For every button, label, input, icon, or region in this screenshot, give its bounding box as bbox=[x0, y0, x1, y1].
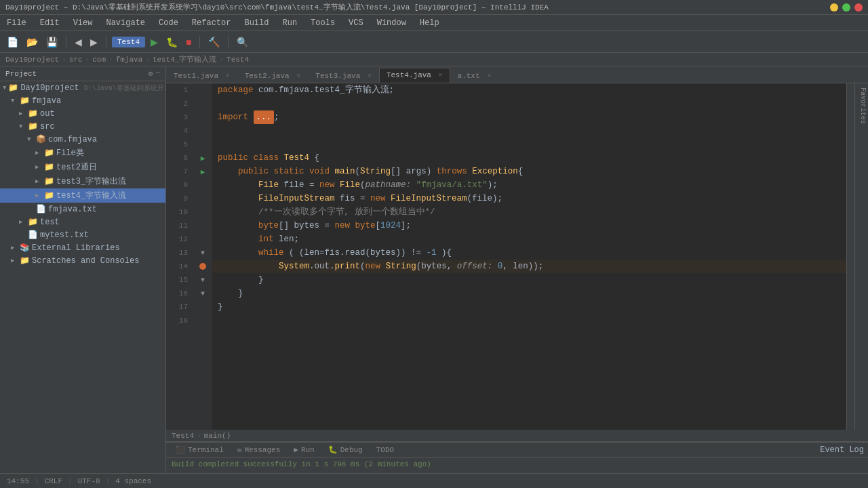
path-com[interactable]: com bbox=[92, 56, 106, 64]
tab-test3[interactable]: Test3.java × bbox=[308, 68, 379, 83]
menu-help[interactable]: Help bbox=[417, 17, 442, 29]
menu-build[interactable]: Build bbox=[241, 17, 271, 29]
tree-item-test2[interactable]: ▶ 📁 test2通日 bbox=[0, 160, 165, 174]
tree-item-scratches[interactable]: ▶ 📁 Scratches and Consoles bbox=[0, 254, 165, 267]
gutter-16[interactable]: ▼ bbox=[193, 287, 212, 300]
menu-tools[interactable]: Tools bbox=[308, 17, 338, 29]
gutter-6[interactable]: ▶ bbox=[193, 151, 212, 165]
tree-item-ext-libs[interactable]: ▶ 📚 External Libraries bbox=[0, 241, 165, 254]
search-btn[interactable]: 🔍 bbox=[234, 35, 251, 49]
tree-item-test[interactable]: ▶ 📁 test bbox=[0, 216, 165, 228]
status-position[interactable]: 14:55 bbox=[4, 477, 32, 485]
code-line-8[interactable]: File file = new File(pathname: "fmjava/a… bbox=[212, 178, 846, 192]
code-line-16[interactable]: } bbox=[212, 287, 846, 300]
code-line-17[interactable]: } bbox=[212, 300, 846, 314]
code-line-15[interactable]: } bbox=[212, 273, 846, 287]
path-test4[interactable]: test4_字节输入流 bbox=[153, 54, 217, 64]
tree-item-fmjava[interactable]: ▼ 📁 fmjava bbox=[0, 94, 165, 107]
tab-test1[interactable]: Test1.java × bbox=[166, 68, 237, 83]
tree-item-test4[interactable]: ▶ 📁 test4_字节输入流 bbox=[0, 188, 165, 203]
status-charset[interactable]: UTF-8 bbox=[75, 477, 103, 485]
fold-icon-13[interactable]: ▼ bbox=[201, 249, 205, 257]
tree-item-file-class[interactable]: ▶ 📁 File类 bbox=[0, 146, 165, 160]
menu-vcs[interactable]: VCS bbox=[346, 17, 366, 29]
gutter-14[interactable] bbox=[193, 260, 212, 273]
tree-item-day10project[interactable]: ▼ 📁 Day10project D:\Java\零基础到系统开发系统学习\da… bbox=[0, 81, 165, 94]
bottom-tab-todo[interactable]: TODO bbox=[371, 445, 399, 455]
maximize-btn[interactable] bbox=[842, 3, 850, 12]
menu-view[interactable]: View bbox=[71, 17, 96, 29]
tab-test3-close[interactable]: × bbox=[368, 73, 372, 80]
bottom-tab-terminal[interactable]: ⬛ Terminal bbox=[170, 444, 229, 455]
menu-file[interactable]: File bbox=[4, 17, 29, 29]
code-line-1[interactable]: package com.fmjava.test4_字节输入流; bbox=[212, 83, 846, 97]
tab-test2-close[interactable]: × bbox=[296, 73, 300, 80]
path-project[interactable]: Day10project bbox=[5, 56, 59, 64]
code-line-14[interactable]: System.out.print(new String(bytes, offse… bbox=[212, 260, 846, 273]
bottom-tab-run[interactable]: ▶ Run bbox=[288, 444, 319, 455]
bottom-tab-messages[interactable]: ✉ Messages bbox=[232, 444, 285, 455]
code-line-18[interactable] bbox=[212, 314, 846, 327]
code-line-3[interactable]: import ...; bbox=[212, 110, 846, 124]
menu-edit[interactable]: Edit bbox=[37, 17, 62, 29]
path-test4file[interactable]: Test4 bbox=[226, 56, 249, 64]
status-crlf[interactable]: CRLF bbox=[42, 477, 65, 485]
run-btn[interactable]: ▶ bbox=[148, 35, 161, 49]
bottom-tab-debug[interactable]: 🐛 Debug bbox=[323, 444, 368, 455]
run-gutter-icon-6[interactable]: ▶ bbox=[201, 154, 205, 163]
tab-test4[interactable]: Test4.java × bbox=[379, 68, 450, 83]
tab-atxt-close[interactable]: × bbox=[487, 73, 491, 80]
forward-btn[interactable]: ▶ bbox=[87, 35, 100, 49]
status-spaces[interactable]: 4 spaces bbox=[113, 477, 154, 485]
favorites-stripe[interactable]: Favorites bbox=[854, 83, 868, 430]
menu-window[interactable]: Window bbox=[374, 17, 409, 29]
code-line-11[interactable]: byte[] bytes = new byte[1024]; bbox=[212, 219, 846, 232]
stop-btn[interactable]: ■ bbox=[183, 35, 194, 49]
build-btn[interactable]: 🔨 bbox=[205, 35, 222, 49]
close-btn[interactable] bbox=[854, 3, 863, 12]
tree-item-comfmjava[interactable]: ▼ 📦 com.fmjava bbox=[0, 133, 165, 146]
gutter-7[interactable]: ▶ bbox=[193, 165, 212, 178]
gutter-15[interactable]: ▼ bbox=[193, 273, 212, 287]
sidebar-collapse-icon[interactable]: − bbox=[155, 69, 160, 78]
open-btn[interactable]: 📂 bbox=[24, 35, 41, 49]
path-fmjava[interactable]: fmjava bbox=[116, 56, 143, 64]
code-line-12[interactable]: int len; bbox=[212, 232, 846, 246]
sidebar-settings-icon[interactable]: ⚙ bbox=[149, 69, 153, 78]
tree-item-src[interactable]: ▼ 📁 src bbox=[0, 120, 165, 133]
tree-item-test3[interactable]: ▶ 📁 test3_字节输出流 bbox=[0, 174, 165, 188]
code-line-13[interactable]: while ( (len=fis.read(bytes)) != -1 ){ bbox=[212, 246, 846, 260]
tab-atxt[interactable]: a.txt × bbox=[450, 68, 499, 83]
fold-icon-16[interactable]: ▼ bbox=[201, 290, 205, 298]
tree-item-out[interactable]: ▶ 📁 out bbox=[0, 107, 165, 120]
menu-run[interactable]: Run bbox=[279, 17, 300, 29]
code-line-10[interactable]: /**一次读取多个字节, 放到一个数组当中*/ bbox=[212, 205, 846, 219]
tree-item-mytest-txt[interactable]: ▶ 📄 mytest.txt bbox=[0, 228, 165, 241]
code-line-7[interactable]: public static void main(String[] args) t… bbox=[212, 165, 846, 178]
menu-code[interactable]: Code bbox=[156, 17, 181, 29]
run-config[interactable]: Test4 bbox=[112, 37, 145, 47]
fold-icon-15[interactable]: ▼ bbox=[201, 277, 205, 284]
code-content[interactable]: package com.fmjava.test4_字节输入流; import .… bbox=[212, 83, 846, 430]
code-line-4[interactable] bbox=[212, 124, 846, 138]
code-line-6[interactable]: public class Test4 { bbox=[212, 151, 846, 165]
event-log-btn[interactable]: Event Log bbox=[820, 445, 864, 455]
bc-main[interactable]: main() bbox=[204, 432, 231, 440]
gutter-13[interactable]: ▼ bbox=[193, 246, 212, 260]
new-file-btn[interactable]: 📄 bbox=[4, 35, 21, 49]
save-btn[interactable]: 💾 bbox=[43, 35, 60, 49]
tab-test4-close[interactable]: × bbox=[439, 72, 443, 79]
path-src[interactable]: src bbox=[69, 56, 83, 64]
code-line-9[interactable]: FileInputStream fis = new FileInputStrea… bbox=[212, 192, 846, 205]
tab-test1-close[interactable]: × bbox=[226, 73, 230, 80]
run-gutter-icon-7[interactable]: ▶ bbox=[201, 167, 205, 176]
back-btn[interactable]: ◀ bbox=[72, 35, 85, 49]
tab-test2[interactable]: Test2.java × bbox=[237, 68, 309, 83]
debug-btn[interactable]: 🐛 bbox=[163, 35, 180, 49]
tree-item-fmjava-txt[interactable]: ▶ 📄 fmjava.txt bbox=[0, 203, 165, 216]
bc-test4[interactable]: Test4 bbox=[172, 432, 194, 440]
breakpoint-14[interactable] bbox=[199, 263, 206, 270]
minimize-btn[interactable] bbox=[830, 3, 838, 12]
code-line-2[interactable] bbox=[212, 97, 846, 110]
menu-refactor[interactable]: Refactor bbox=[189, 17, 234, 29]
